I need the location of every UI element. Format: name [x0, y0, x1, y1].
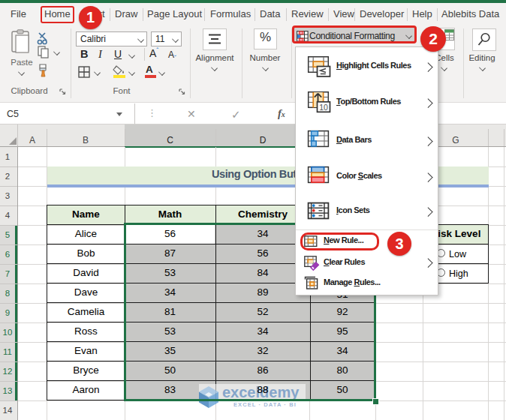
svg-text:10: 10 — [319, 103, 328, 112]
